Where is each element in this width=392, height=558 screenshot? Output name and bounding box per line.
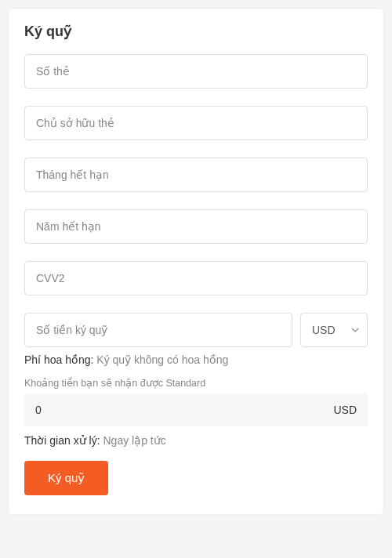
receive-value: 0 <box>35 404 42 416</box>
fee-value: Ký quỹ không có hoa hồng <box>96 353 228 366</box>
form-row-exp-year <box>24 209 368 244</box>
currency-selected-label: USD <box>312 324 336 336</box>
processing-label: Thời gian xử lý: <box>24 434 100 447</box>
form-row-card-holder <box>24 106 368 140</box>
form-row-cvv2 <box>24 261 368 295</box>
form-row-exp-month <box>24 158 368 192</box>
submit-button[interactable]: Ký quỹ <box>24 461 108 495</box>
card-number-input[interactable] <box>24 54 368 89</box>
processing-line: Thời gian xử lý: Ngay lập tức <box>24 434 368 447</box>
exp-month-input[interactable] <box>24 158 368 192</box>
receive-currency: USD <box>333 404 357 416</box>
processing-value: Ngay lập tức <box>103 434 165 447</box>
deposit-card: Ký quỹ USD Phí hoa hồng: Ký quỹ không có… <box>8 8 384 515</box>
exp-year-input[interactable] <box>24 209 368 244</box>
receive-label: Khoảng tiền bạn sẽ nhận được Standard <box>24 377 368 389</box>
form-row-card-number <box>24 54 368 89</box>
cvv2-input[interactable] <box>24 261 368 295</box>
amount-row: USD <box>24 313 368 347</box>
currency-select[interactable]: USD <box>300 313 368 347</box>
fee-label: Phí hoa hồng: <box>24 353 93 366</box>
receive-box: 0 USD <box>24 393 368 426</box>
amount-input[interactable] <box>24 313 292 347</box>
card-title: Ký quỹ <box>24 23 368 40</box>
chevron-down-icon <box>351 326 359 334</box>
card-holder-input[interactable] <box>24 106 368 140</box>
fee-line: Phí hoa hồng: Ký quỹ không có hoa hồng <box>24 353 368 366</box>
